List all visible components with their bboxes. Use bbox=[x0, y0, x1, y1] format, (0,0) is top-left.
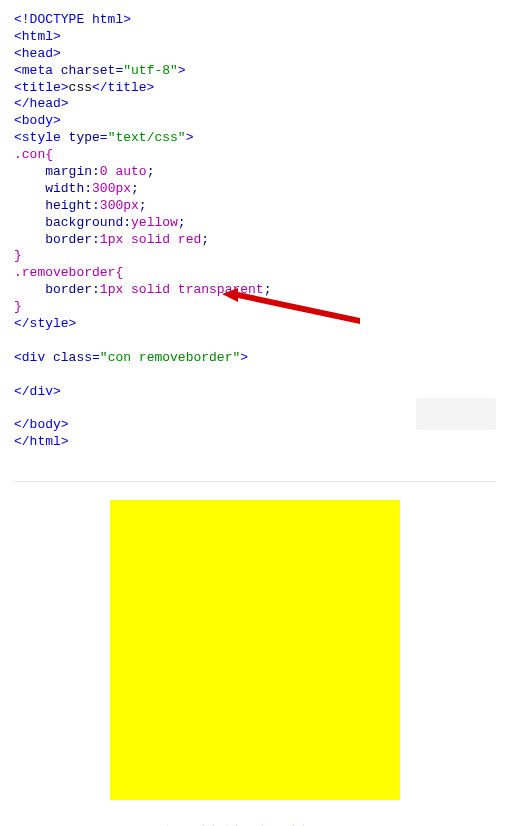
code-token: </style> bbox=[14, 316, 76, 331]
code-token: } bbox=[14, 248, 22, 263]
code-token: 300px bbox=[100, 198, 139, 213]
code-token: <head> bbox=[14, 46, 61, 61]
code-token: .con{ bbox=[14, 147, 53, 162]
code-token: "con removeborder" bbox=[100, 350, 240, 365]
code-token bbox=[14, 400, 22, 415]
code-token: width bbox=[45, 181, 84, 196]
code-token: </html> bbox=[14, 434, 69, 449]
arrow-icon bbox=[220, 288, 370, 328]
arrow-annotation bbox=[220, 288, 370, 328]
code-token: "text/css" bbox=[108, 130, 186, 145]
code-token: margin bbox=[45, 164, 92, 179]
code-token: <!DOCTYPE html bbox=[14, 12, 123, 27]
code-token bbox=[14, 333, 22, 348]
code-token: > bbox=[123, 12, 131, 27]
code-token: </title> bbox=[92, 80, 154, 95]
code-token: yellow bbox=[131, 215, 178, 230]
code-token: </div> bbox=[14, 384, 61, 399]
code-token: <body> bbox=[14, 113, 61, 128]
code-token: .removeborder{ bbox=[14, 265, 123, 280]
code-token: 300px bbox=[92, 181, 131, 196]
code-token: ; bbox=[201, 232, 209, 247]
code-token: : bbox=[92, 164, 100, 179]
code-token: = bbox=[92, 350, 100, 365]
code-token: > bbox=[186, 130, 194, 145]
code-token: </body> bbox=[14, 417, 69, 432]
code-token: type bbox=[61, 130, 100, 145]
code-token: ; bbox=[131, 181, 139, 196]
code-token: background bbox=[45, 215, 123, 230]
code-token: ; bbox=[147, 164, 155, 179]
code-token: : bbox=[92, 198, 100, 213]
code-pre: <!DOCTYPE html> <html> <head> <meta char… bbox=[14, 12, 496, 451]
code-token: height bbox=[45, 198, 92, 213]
code-token: = bbox=[100, 130, 108, 145]
code-token: 1px solid red bbox=[100, 232, 201, 247]
code-token: : bbox=[92, 232, 100, 247]
code-token: > bbox=[178, 63, 186, 78]
code-block: <!DOCTYPE html> <html> <head> <meta char… bbox=[0, 0, 510, 463]
code-token: <div bbox=[14, 350, 45, 365]
code-token: <style bbox=[14, 130, 61, 145]
code-token: css bbox=[69, 80, 92, 95]
code-token: <html> bbox=[14, 29, 61, 44]
code-token: ; bbox=[178, 215, 186, 230]
code-token: ; bbox=[139, 198, 147, 213]
code-token: } bbox=[14, 299, 22, 314]
code-token: border bbox=[45, 232, 92, 247]
code-token: 0 auto bbox=[100, 164, 147, 179]
code-token: > bbox=[240, 350, 248, 365]
yellow-box bbox=[110, 500, 400, 800]
code-token bbox=[14, 367, 22, 382]
result-area: 设置边框透明去除边框显示 php 中文网 bbox=[0, 500, 510, 826]
code-token: : bbox=[84, 181, 92, 196]
code-token: : bbox=[123, 215, 131, 230]
code-token: border bbox=[45, 282, 92, 297]
code-token: charset bbox=[53, 63, 115, 78]
code-token: "utf-8" bbox=[123, 63, 178, 78]
code-token: <title> bbox=[14, 80, 69, 95]
code-token: class bbox=[45, 350, 92, 365]
svg-marker-0 bbox=[222, 288, 360, 324]
code-token: </head> bbox=[14, 96, 69, 111]
divider bbox=[14, 481, 496, 482]
ghost-placeholder bbox=[416, 398, 496, 430]
code-token: <meta bbox=[14, 63, 53, 78]
code-token: : bbox=[92, 282, 100, 297]
